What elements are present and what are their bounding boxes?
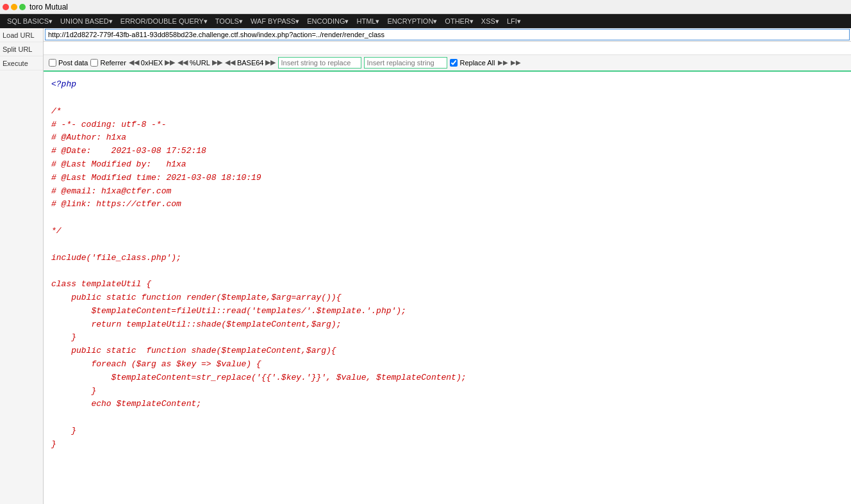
right-arrow-icon2: ▶▶ xyxy=(212,58,222,67)
post-data-label: Post data xyxy=(58,59,88,67)
sidebar-item-execute[interactable]: Execute xyxy=(0,56,43,70)
url-item: ◀◀ %URL ▶▶ xyxy=(178,58,222,67)
toolbar-row: Post data Referrer ◀◀ 0xHEX ▶▶ ◀◀ %URL ▶… xyxy=(44,55,851,72)
referrer-item: Referrer xyxy=(90,59,126,67)
menu-item-encryption[interactable]: ENCRYPTION▾ xyxy=(384,17,440,26)
menu-item-lfi[interactable]: LFI▾ xyxy=(504,17,524,26)
oxhex-item: ◀◀ 0xHEX ▶▶ xyxy=(129,58,175,67)
app-window: toro Mutual SQL BASICS▾ UNION BASED▾ ERR… xyxy=(0,0,851,504)
code-blank-2 xyxy=(51,211,843,225)
code-line-17: public static function render($template,… xyxy=(51,291,843,305)
referrer-checkbox[interactable] xyxy=(90,59,98,67)
menu-bar: SQL BASICS▾ UNION BASED▾ ERROR/DOUBLE QU… xyxy=(0,14,851,28)
menu-item-waf-bypass[interactable]: WAF BYPASS▾ xyxy=(247,17,302,26)
code-line-21: public static function shade($templateCo… xyxy=(51,345,843,358)
close-button[interactable] xyxy=(3,4,9,10)
main-area: Post data Referrer ◀◀ 0xHEX ▶▶ ◀◀ %URL ▶… xyxy=(44,28,851,504)
code-blank-1 xyxy=(51,92,843,105)
code-blank-5 xyxy=(51,411,843,425)
oxhex-label: 0xHEX xyxy=(141,59,163,67)
left-arrow-icon: ◀◀ xyxy=(129,58,139,67)
menu-item-other[interactable]: OTHER▾ xyxy=(442,17,477,26)
url-label: %URL xyxy=(190,59,210,67)
code-line-25: echo $templateContent; xyxy=(51,398,843,411)
code-line-9: # @email: h1xa@ctfer.com xyxy=(51,185,843,199)
right-arrow-icon: ▶▶ xyxy=(165,58,175,67)
insert-replacing-input[interactable] xyxy=(364,57,447,69)
insert-string-input[interactable] xyxy=(278,57,361,69)
window-title: toro Mutual xyxy=(29,3,68,12)
code-line-23: $templateContent=str_replace('{{'.$key.'… xyxy=(51,371,843,385)
menu-item-html[interactable]: HTML▾ xyxy=(353,17,383,26)
code-blank-3 xyxy=(51,238,843,252)
post-data-item: Post data xyxy=(49,59,88,67)
left-arrow-icon3: ◀◀ xyxy=(225,58,235,67)
menu-item-sql-basics[interactable]: SQL BASICS▾ xyxy=(4,17,56,26)
code-line-5: # @Author: h1xa xyxy=(51,131,843,145)
base64-item: ◀◀ BASE64 ▶▶ xyxy=(225,58,276,67)
right-arrow-icon5: ▶▶ xyxy=(511,59,521,66)
code-line-18: $templateContent=fileUtil::read('templat… xyxy=(51,305,843,318)
code-line-16: class templateUtil { xyxy=(51,278,843,291)
code-line-8: # @Last Modified time: 2021-03-08 18:10:… xyxy=(51,172,843,185)
sidebar-item-split-url[interactable]: Split URL xyxy=(0,42,43,56)
maximize-button[interactable] xyxy=(19,4,26,10)
code-line-1: <?php xyxy=(51,78,843,92)
left-sidebar: Load URL Split URL Execute xyxy=(0,28,44,504)
menu-item-union-based[interactable]: UNION BASED▾ xyxy=(57,17,116,26)
code-blank-4 xyxy=(51,264,843,278)
minimize-button[interactable] xyxy=(11,4,17,10)
code-line-22: foreach ($arg as $key => $value) { xyxy=(51,358,843,371)
code-line-19: return templateUtil::shade($templateCont… xyxy=(51,318,843,332)
traffic-lights xyxy=(3,4,26,10)
right-arrow-icon4: ▶▶ xyxy=(498,59,508,66)
referrer-label: Referrer xyxy=(100,59,126,67)
title-bar: toro Mutual xyxy=(0,0,851,14)
code-line-7: # @Last Modified by: h1xa xyxy=(51,158,843,172)
menu-item-error-double[interactable]: ERROR/DOUBLE QUERY▾ xyxy=(117,17,211,26)
code-line-4: # -*- coding: utf-8 -*- xyxy=(51,118,843,132)
sidebar-item-load-url[interactable]: Load URL xyxy=(0,28,43,42)
code-line-10: # @link: https://ctfer.com xyxy=(51,198,843,211)
code-line-3: /* xyxy=(51,105,843,118)
url-input[interactable] xyxy=(45,29,850,40)
code-line-24: } xyxy=(51,385,843,398)
replace-all-label: Replace All xyxy=(459,59,495,67)
code-line-28: } xyxy=(51,438,843,451)
post-data-checkbox[interactable] xyxy=(49,59,56,67)
code-line-20: } xyxy=(51,331,843,345)
replace-all-checkbox[interactable] xyxy=(450,59,458,67)
left-arrow-icon2: ◀◀ xyxy=(178,58,188,67)
base64-label: BASE64 xyxy=(237,59,264,67)
code-line-6: # @Date: 2021-03-08 17:52:18 xyxy=(51,145,843,158)
replace-all-item: Replace All xyxy=(450,59,495,67)
code-line-14: include('file_class.php'); xyxy=(51,252,843,265)
menu-item-xss[interactable]: XSS▾ xyxy=(478,17,502,26)
menu-item-encoding[interactable]: ENCODING▾ xyxy=(304,17,352,26)
right-arrow-icon3: ▶▶ xyxy=(265,58,276,67)
content-row: Load URL Split URL Execute Post data xyxy=(0,28,851,504)
code-line-27: } xyxy=(51,425,843,438)
menu-item-tools[interactable]: TOOLS▾ xyxy=(212,17,246,26)
code-line-12: */ xyxy=(51,225,843,238)
code-area[interactable]: <?php /* # -*- coding: utf-8 -*- # @Auth… xyxy=(44,72,851,504)
